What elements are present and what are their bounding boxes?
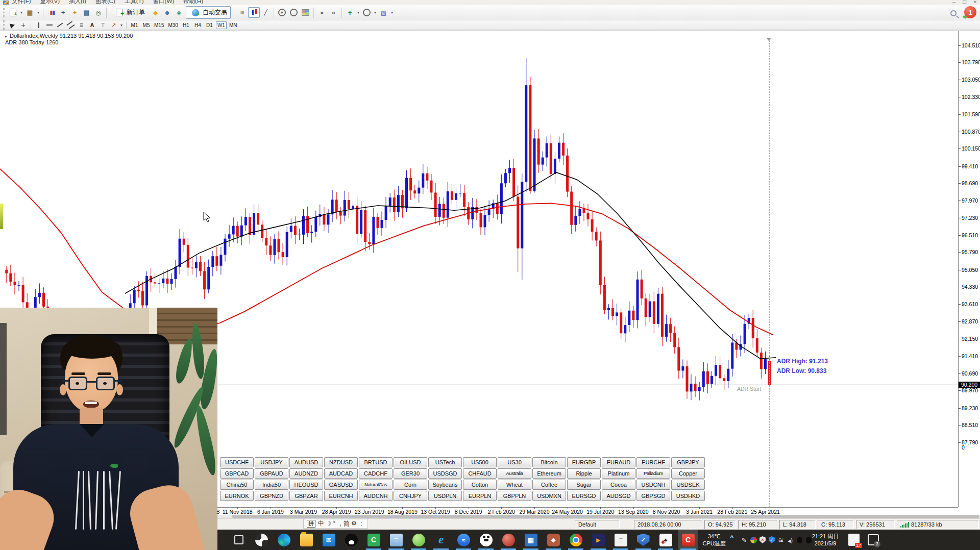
symbol-button-oilusd[interactable]: OILUSD (394, 457, 427, 467)
messages-tray-icon[interactable]: 3 (868, 534, 879, 545)
symbol-button-sugar[interactable]: Sugar (567, 480, 601, 490)
symbol-button-eursgd[interactable]: EURSGD (567, 491, 601, 501)
symbol-button-soybeans[interactable]: Soybeans (428, 480, 462, 490)
menu-item-3[interactable]: 图表(C) (95, 0, 115, 5)
menu-item-4[interactable]: 工具(T) (125, 0, 144, 5)
dropdown-caret-icon[interactable] (356, 10, 361, 15)
line-chart-icon[interactable] (260, 7, 272, 18)
taskbar-green-ball-app[interactable] (408, 530, 429, 550)
bar-chart-icon[interactable] (236, 7, 248, 18)
candlesticks-icon[interactable] (248, 7, 260, 18)
tile-windows-icon[interactable] (300, 7, 311, 18)
symbol-button-ger30[interactable]: GER30 (394, 468, 427, 479)
terminal-icon[interactable] (81, 7, 92, 18)
symbol-button-audnzd[interactable]: AUDNZD (289, 468, 323, 479)
symbol-button-palladium[interactable]: Palladium (636, 468, 670, 479)
cursor-icon[interactable] (7, 21, 18, 29)
symbol-button-india50[interactable]: India50 (255, 480, 288, 490)
chart-shift-icon[interactable] (328, 7, 339, 18)
symbol-button-naturalgas[interactable]: NaturalGas (359, 480, 393, 490)
market-shield-icon[interactable] (173, 7, 185, 18)
symbol-button-cotton[interactable]: Cotton (463, 480, 497, 490)
autotrading-button[interactable]: 自动交易 (186, 6, 231, 19)
close-button[interactable]: ✕ (973, 0, 977, 5)
dropdown-caret-icon[interactable] (373, 10, 378, 15)
taskbar-screen-recorder-app[interactable] (678, 530, 698, 550)
symbol-button-gbpaud[interactable]: GBPAUD (255, 468, 288, 479)
symbol-button-china50[interactable]: China50 (220, 480, 254, 490)
toolbar-grip[interactable] (3, 20, 5, 30)
menu-item-1[interactable]: 显示(V) (40, 0, 60, 5)
pen-tray-icon[interactable] (740, 536, 748, 544)
menu-item-2[interactable]: 插入(I) (69, 0, 86, 5)
new-chart-icon[interactable] (7, 7, 19, 18)
taskbar-mail-app[interactable] (318, 530, 339, 550)
experts-icon[interactable] (161, 7, 173, 18)
arrows-icon[interactable] (108, 21, 119, 29)
taskbar-qq-messenger[interactable] (341, 530, 361, 550)
qq-tray-icon[interactable] (795, 536, 803, 544)
symbol-button-usdjpy[interactable]: USDJPY (255, 457, 288, 467)
minimize-button[interactable]: ─ (952, 0, 955, 5)
symbol-button-ustech[interactable]: USTech (428, 457, 462, 467)
menu-item-5[interactable]: 窗口(W) (153, 0, 175, 5)
zoom-out-icon[interactable] (288, 7, 300, 18)
data-window-icon[interactable] (57, 7, 69, 18)
symbol-button-usdsgd[interactable]: USDSGD (428, 468, 462, 479)
symbol-button-euraud[interactable]: EURAUD (602, 457, 635, 467)
taskbar-panda-app[interactable] (476, 530, 496, 550)
taskbar-clock[interactable]: 21:21 周日 2021/5/9 (804, 533, 846, 547)
zoom-in-icon[interactable] (276, 7, 288, 18)
strategy-tester-icon[interactable] (92, 7, 104, 18)
symbol-button-us500[interactable]: US500 (463, 457, 497, 467)
toolbar-grip[interactable] (3, 8, 5, 17)
taskbar-red-circle-app[interactable] (498, 530, 519, 550)
symbol-button-cocoa[interactable]: Cocoa (602, 480, 635, 490)
timeframe-M1[interactable]: M1 (129, 21, 140, 29)
symbol-button-gasusd[interactable]: GASUSD (324, 480, 358, 490)
symbol-button-us30[interactable]: US30 (498, 457, 531, 467)
maximize-button[interactable]: ☐ (962, 0, 966, 5)
taskbar-security-shield-app[interactable] (633, 530, 653, 550)
timeframe-MN[interactable]: MN (228, 21, 239, 29)
symbol-button-ethereum[interactable]: Ethereum (532, 468, 566, 479)
text-label-icon[interactable] (97, 21, 108, 29)
symbol-button-copper[interactable]: Copper (671, 468, 705, 479)
fibonacci-icon[interactable] (76, 21, 87, 29)
search-icon[interactable] (950, 10, 957, 16)
taskbar-poker-app[interactable] (655, 530, 676, 550)
dropdown-caret-icon[interactable] (389, 10, 395, 15)
symbol-button-corn[interactable]: Corn (394, 480, 427, 490)
symbol-button-usdmxn[interactable]: USDMXN (532, 491, 566, 501)
timeframe-M5[interactable]: M5 (141, 21, 152, 29)
symbol-button-usdchf[interactable]: USDCHF (220, 457, 254, 467)
symbol-button-ripple[interactable]: Ripple (567, 468, 601, 479)
profiles-icon[interactable] (24, 7, 36, 18)
ime-toolbar[interactable]: 拼 中 ☽ ° ，简 ⚙ ： (303, 519, 368, 529)
cpu-temp-widget[interactable]: 34℃ CPU温度 (698, 533, 730, 547)
menu-item-6[interactable]: 帮助(H) (183, 0, 203, 5)
symbol-button-wheat[interactable]: Wheat (498, 480, 531, 490)
auto-scroll-icon[interactable] (316, 7, 328, 18)
scrollbar-thumb[interactable] (232, 515, 979, 518)
taskbar-chrome-browser[interactable] (566, 530, 586, 550)
trendline-icon[interactable] (55, 21, 65, 29)
taskbar-blue-tiles-app[interactable] (521, 530, 541, 550)
taskbar-blue-docs-app[interactable] (386, 530, 406, 550)
text-icon[interactable] (87, 21, 97, 29)
symbol-button-heousd[interactable]: HEOUSD (289, 480, 323, 490)
menu-item-0[interactable]: 文件(F) (12, 0, 31, 5)
symbol-button-gbpcad[interactable]: GBPCAD (220, 468, 254, 479)
symbol-button-brtusd[interactable]: BRTUSD (359, 457, 393, 467)
symbol-button-audcnh[interactable]: AUDCNH (359, 491, 393, 501)
symbol-button-audusd[interactable]: AUDUSD (289, 457, 323, 467)
symbol-button-chfaud[interactable]: CHFAUD (463, 468, 497, 479)
symbol-button-eurnok[interactable]: EURNOK (220, 491, 254, 501)
timeframe-M15[interactable]: M15 (153, 21, 165, 29)
notification-badge[interactable]: 1 (964, 6, 976, 18)
templates-icon[interactable] (378, 7, 389, 18)
horizontal-line-icon[interactable] (44, 21, 55, 29)
taskbar-media-player-app[interactable] (588, 530, 608, 550)
symbol-button-gbpnzd[interactable]: GBPNZD (255, 491, 288, 501)
symbol-dropdown-icon[interactable] (4, 33, 8, 39)
